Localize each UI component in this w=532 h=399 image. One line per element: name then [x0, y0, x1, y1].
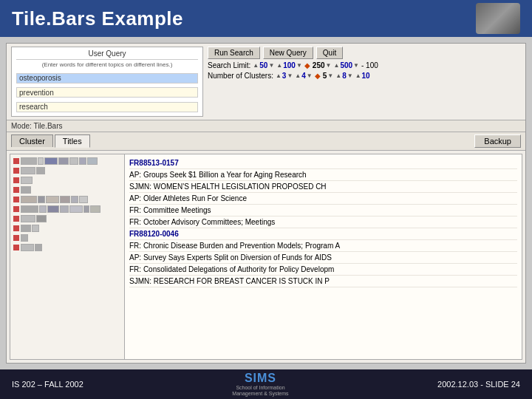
- result-item[interactable]: FR88120-0046: [129, 228, 517, 240]
- spin-val-250: 250: [313, 61, 325, 69]
- diamond-5-icon: ◆: [315, 72, 321, 80]
- tile-bars: [21, 225, 121, 232]
- tile-block: [32, 225, 39, 232]
- spin-up-icon: ▲: [295, 72, 301, 79]
- tile-block: [21, 177, 33, 184]
- spin-up-icon: ▲: [355, 72, 361, 79]
- header: Tile.Bars Example: [0, 0, 532, 37]
- tile-block: [71, 196, 78, 203]
- tile-indicator: [13, 225, 19, 231]
- tile-block: [35, 244, 42, 251]
- main-content: User Query (Enter words for different to…: [0, 37, 532, 369]
- tile-block: [90, 205, 100, 213]
- spin-250[interactable]: 250 ▼: [313, 61, 332, 69]
- tile-block: [39, 205, 47, 213]
- spin-down-icon: ▼: [287, 72, 293, 79]
- tile-indicator: [13, 177, 19, 183]
- footer-slide: 2002.12.03 - SLIDE 24: [437, 380, 520, 389]
- clusters-label: Number of Clusters:: [208, 72, 273, 80]
- tile-block: [21, 215, 35, 222]
- tile-block: [21, 225, 31, 232]
- tile-block: [79, 196, 88, 203]
- spin-down-icon: ▼: [268, 62, 274, 69]
- spin-8[interactable]: ▲ 8 ▼: [335, 72, 352, 80]
- result-item[interactable]: SJMN: RESEARCH FOR BREAST CANCER IS STUC…: [129, 276, 517, 287]
- spin-100[interactable]: ▲ 100 ▼: [276, 61, 302, 69]
- tile-block: [47, 205, 59, 213]
- clusters-row: Number of Clusters: ▲ 3 ▼ ▲ 4 ▼ ◆ 5 ▼: [208, 72, 521, 80]
- tile-block: [21, 234, 28, 242]
- results-panel: FR88513-0157 AP: Groups Seek $1 Billion …: [125, 154, 522, 360]
- spin-4[interactable]: ▲ 4 ▼: [295, 72, 312, 80]
- tile-block: [79, 157, 86, 165]
- tile-block: [60, 196, 70, 203]
- query-label: User Query: [16, 50, 198, 60]
- mode-text: Mode: Tile.Bars: [11, 122, 62, 130]
- query-input-2[interactable]: [16, 87, 198, 98]
- tile-block: [36, 167, 45, 174]
- cluster-tab[interactable]: Cluster: [11, 134, 53, 147]
- tile-row: [13, 157, 121, 165]
- tile-row: [13, 177, 121, 184]
- tile-bars: [21, 244, 121, 251]
- tile-indicator: [13, 206, 19, 212]
- spin-up-icon: ▲: [276, 72, 282, 79]
- spin-10[interactable]: ▲ 10: [355, 72, 370, 80]
- spin-val-4: 4: [301, 72, 306, 80]
- result-item[interactable]: AP: Survey Says Experts Split on Diversi…: [129, 252, 517, 264]
- tile-bars: [21, 196, 121, 203]
- result-item[interactable]: FR: Consolidated Delegations of Authorit…: [129, 264, 517, 276]
- spin-500[interactable]: ▲ 500 ▼: [333, 61, 359, 69]
- query-input-3[interactable]: [16, 102, 198, 112]
- search-limit-label: Search Limit:: [208, 61, 250, 69]
- tile-bars: [21, 205, 121, 213]
- spin-val-3: 3: [282, 72, 287, 80]
- result-item[interactable]: AP: Older Athletes Run For Science: [129, 193, 517, 205]
- spin-val-8: 8: [342, 72, 347, 80]
- tile-indicator: [13, 235, 19, 241]
- tile-block: [21, 167, 35, 174]
- tile-block: [21, 196, 37, 203]
- footer: IS 202 – FALL 2002 SIMS School of Inform…: [0, 369, 532, 399]
- query-sublabel: (Enter words for different topics on dif…: [16, 61, 198, 68]
- backup-button[interactable]: Backup: [474, 134, 521, 148]
- spin-up-icon: ▲: [333, 62, 339, 69]
- spin-down-icon: ▼: [327, 72, 333, 79]
- spin-val-100: 100: [283, 61, 296, 69]
- tile-bars: [21, 177, 121, 184]
- result-item[interactable]: FR: October Advisory Committees; Meeting…: [129, 216, 517, 228]
- tile-block: [83, 205, 89, 213]
- query-input-1[interactable]: [16, 73, 198, 83]
- spin-3[interactable]: ▲ 3 ▼: [276, 72, 293, 80]
- sims-logo: SIMS School of Information Management & …: [232, 372, 288, 396]
- results-area: FR88513-0157 AP: Groups Seek $1 Billion …: [10, 154, 522, 361]
- run-search-button[interactable]: Run Search: [208, 47, 260, 59]
- tile-block: [21, 244, 34, 251]
- search-controls: Run Search New Query Quit Search Limit: …: [208, 47, 521, 80]
- spin-down-icon: ▼: [347, 72, 353, 79]
- result-item[interactable]: FR: Chronic Disease Burden and Preventio…: [129, 240, 517, 252]
- tile-bars: [21, 167, 121, 174]
- tile-row: [13, 167, 121, 174]
- tile-bars: [21, 186, 121, 194]
- diamond-250-icon: ◆: [304, 61, 310, 69]
- quit-button[interactable]: Quit: [316, 47, 343, 59]
- header-logo: [476, 3, 520, 34]
- result-item[interactable]: FR: Committee Meetings: [129, 205, 517, 216]
- tile-row: [13, 196, 121, 203]
- spin-val-50: 50: [259, 61, 267, 69]
- spin-up-icon: ▲: [276, 62, 282, 69]
- tile-block: [38, 196, 45, 203]
- spin-5[interactable]: 5 ▼: [323, 72, 333, 80]
- result-item[interactable]: AP: Groups Seek $1 Billion a Year for Ag…: [129, 169, 517, 181]
- tile-block: [58, 157, 69, 165]
- tile-block: [21, 157, 37, 165]
- new-query-button[interactable]: New Query: [263, 47, 313, 59]
- spin-50[interactable]: ▲ 50 ▼: [253, 61, 274, 69]
- titles-tab[interactable]: Titles: [55, 134, 90, 148]
- tile-indicator: [13, 187, 19, 193]
- result-item[interactable]: FR88513-0157: [129, 157, 517, 169]
- button-row: Run Search New Query Quit: [208, 47, 521, 59]
- tile-block: [69, 205, 83, 213]
- result-item[interactable]: SJMN: WOMEN'S HEALTH LEGISLATION PROPOSE…: [129, 181, 517, 193]
